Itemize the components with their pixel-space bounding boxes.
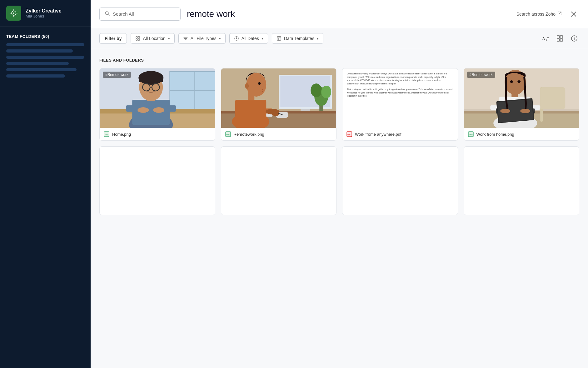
grid-view-button[interactable]: [555, 33, 565, 43]
svg-point-34: [574, 37, 575, 38]
svg-rect-53: [126, 105, 176, 112]
svg-point-106: [500, 109, 510, 113]
svg-point-104: [510, 80, 513, 83]
file-types-filter[interactable]: All File Types ▾: [178, 33, 226, 44]
file-name-remotework: Remotework.png: [234, 132, 264, 137]
folder-bar-2[interactable]: [6, 49, 73, 53]
svg-rect-49: [139, 77, 163, 82]
svg-rect-93: [540, 87, 565, 109]
templates-icon: [277, 36, 282, 41]
svg-rect-14: [136, 39, 137, 40]
file-name-wfh: Work from home.png: [476, 132, 514, 137]
svg-text:PNG: PNG: [105, 134, 109, 136]
chevron-down-icon: ▾: [219, 37, 221, 41]
search-across-zoho-button[interactable]: Search across Zoho: [516, 11, 562, 17]
search-icon: [105, 11, 110, 17]
chevron-down-icon: ▾: [168, 37, 170, 41]
svg-point-2: [13, 13, 14, 14]
filter-icon: [183, 36, 188, 41]
folder-bar-4[interactable]: [6, 62, 69, 65]
svg-point-54: [137, 107, 149, 113]
file-card-remotework[interactable]: PNG Remotework.png: [221, 68, 337, 141]
clock-icon: [234, 36, 239, 41]
folder-list: [0, 43, 91, 78]
file-name-pdf: Work frome anywhere.pdf: [355, 132, 401, 137]
svg-rect-22: [277, 37, 281, 40]
png-icon-remotework: PNG: [225, 131, 231, 137]
file-tag-home: #Remotework: [103, 72, 131, 78]
svg-rect-31: [560, 39, 563, 41]
folder-bar-1[interactable]: [6, 43, 84, 46]
svg-point-105: [517, 80, 521, 83]
files-grid: #Remotework PNG Home.png: [99, 68, 579, 141]
svg-point-80: [245, 83, 249, 89]
external-link-icon: [557, 11, 562, 17]
svg-point-107: [520, 109, 530, 113]
org-info: Zylker Creative Mia Jones: [26, 8, 62, 18]
search-across-label: Search across Zoho: [516, 12, 556, 17]
team-folders-title: TEAM FOLDERS (50): [0, 27, 91, 43]
svg-point-79: [246, 73, 266, 97]
file-thumb-remotework: [221, 68, 336, 128]
chevron-down-icon: ▾: [317, 37, 319, 41]
file-card-home[interactable]: #Remotework PNG Home.png: [99, 68, 215, 141]
folder-bar-3[interactable]: [6, 56, 84, 59]
file-info-home: PNG Home.png: [100, 128, 215, 140]
svg-point-67: [321, 86, 331, 98]
svg-rect-12: [136, 37, 137, 38]
svg-point-66: [311, 83, 322, 97]
view-controls: A z: [541, 33, 579, 43]
svg-rect-13: [138, 37, 140, 38]
close-button[interactable]: [568, 8, 579, 20]
topbar: Search All remote work Search across Zoh…: [91, 0, 588, 28]
file-card-pdf[interactable]: Collaboration is vitally important in to…: [342, 68, 458, 141]
empty-card-4[interactable]: [464, 146, 580, 215]
svg-line-9: [559, 12, 561, 14]
file-card-wfh[interactable]: #Remotework PNG Work from home.png: [464, 68, 580, 141]
org-logo[interactable]: [6, 6, 21, 21]
folder-bar-6[interactable]: [6, 74, 65, 78]
svg-text:PNG: PNG: [226, 134, 230, 136]
empty-card-2[interactable]: [221, 146, 337, 215]
svg-text:A: A: [542, 37, 545, 40]
folder-bar-5[interactable]: [6, 68, 77, 71]
empty-card-3[interactable]: [342, 146, 458, 215]
chevron-down-icon: ▾: [262, 37, 263, 41]
section-title: FILES AND FOLDERS: [99, 58, 579, 63]
empty-cards-grid: [99, 146, 579, 215]
empty-card-1[interactable]: [99, 146, 215, 215]
location-filter[interactable]: All Location ▾: [131, 33, 174, 44]
svg-rect-30: [557, 39, 560, 41]
file-name-home: Home.png: [112, 132, 131, 137]
svg-point-76: [272, 112, 279, 116]
svg-point-81: [258, 82, 261, 85]
dates-filter[interactable]: All Dates ▾: [229, 33, 268, 44]
doc-preview-text: Collaboration is vitally important in to…: [342, 68, 458, 128]
org-name: Zylker Creative: [26, 8, 62, 14]
svg-text:z: z: [546, 38, 547, 41]
svg-point-55: [153, 107, 164, 113]
location-icon: [135, 36, 140, 41]
file-info-wfh: PNG Work from home.png: [464, 128, 579, 140]
svg-rect-29: [560, 36, 563, 38]
search-placeholder: Search All: [113, 11, 134, 17]
svg-line-8: [108, 14, 109, 16]
filter-by-label: Filter by: [99, 33, 127, 44]
main-content: Search All remote work Search across Zoh…: [91, 0, 588, 368]
svg-text:PDF: PDF: [347, 134, 351, 136]
templates-filter[interactable]: Data Templates ▾: [272, 33, 323, 44]
info-button[interactable]: [569, 33, 579, 43]
search-box[interactable]: Search All: [99, 8, 181, 21]
png-icon-home: PNG: [103, 131, 110, 137]
file-thumb-pdf: Collaboration is vitally important in to…: [342, 68, 458, 128]
pdf-icon: PDF: [346, 131, 352, 137]
sidebar: Zylker Creative Mia Jones TEAM FOLDERS (…: [0, 0, 91, 368]
filterbar: Filter by All Location ▾ All File Types …: [91, 28, 588, 49]
svg-text:PNG: PNG: [469, 134, 473, 136]
sort-az-button[interactable]: A z: [541, 33, 551, 43]
content-area: FILES AND FOLDERS: [91, 49, 588, 368]
file-thumb-home: #Remotework: [100, 68, 215, 128]
sidebar-header: Zylker Creative Mia Jones: [0, 0, 91, 27]
svg-rect-15: [138, 39, 140, 40]
search-query-text: remote work: [187, 9, 510, 19]
